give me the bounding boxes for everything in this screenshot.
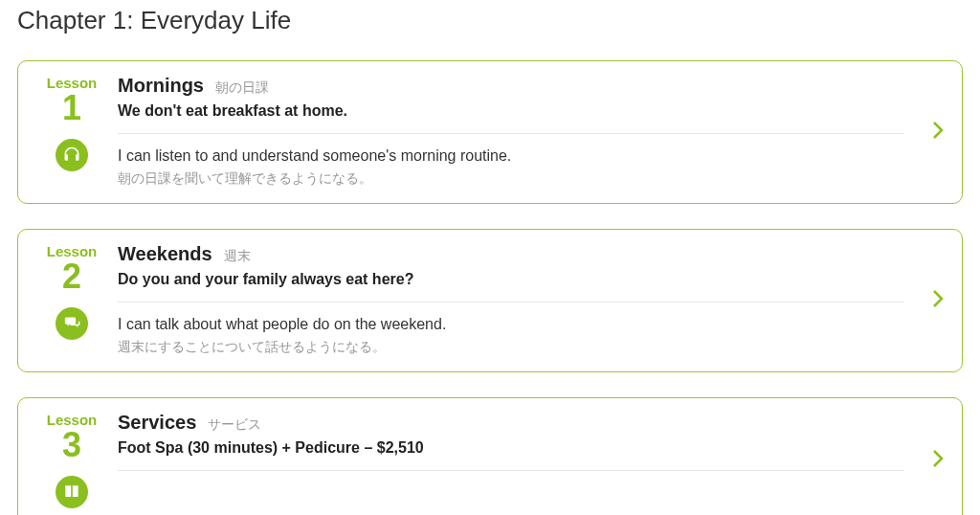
lesson-title-jp: 朝の日課: [215, 79, 269, 97]
lesson-left-column: Lesson 1: [37, 75, 106, 188]
lesson-card[interactable]: Lesson 3 Services サービス Foot Spa (30 minu…: [17, 397, 963, 515]
lesson-body: Mornings 朝の日課 We don't eat breakfast at …: [106, 75, 943, 188]
reading-icon: [56, 476, 88, 508]
chevron-right-icon: [931, 288, 945, 313]
chevron-right-icon: [931, 120, 945, 145]
lesson-body: Services サービス Foot Spa (30 minutes) + Pe…: [106, 412, 943, 508]
lesson-title-jp: サービス: [208, 416, 261, 434]
lesson-sentence: Foot Spa (30 minutes) + Pedicure – $2,51…: [118, 439, 904, 471]
lesson-goal: I can talk about what people do on the w…: [118, 316, 904, 333]
lesson-left-column: Lesson 3: [37, 412, 106, 508]
lesson-goal-jp: 週末にすることについて話せるようになる。: [118, 339, 904, 356]
lesson-number: 2: [62, 258, 81, 296]
lesson-number: 3: [62, 426, 81, 464]
headphones-icon: [56, 139, 88, 171]
lesson-body: Weekends 週末 Do you and your family alway…: [106, 243, 943, 356]
lesson-goal: I can listen to and understand someone's…: [118, 147, 904, 165]
lesson-title: Mornings: [118, 75, 204, 97]
lesson-title: Weekends: [118, 243, 212, 265]
chevron-right-icon: [931, 448, 945, 473]
lesson-left-column: Lesson 2: [37, 243, 106, 356]
chapter-title: Chapter 1: Everyday Life: [17, 6, 963, 35]
lesson-title: Services: [118, 412, 196, 434]
lesson-sentence: Do you and your family always eat here?: [118, 271, 904, 302]
lesson-card[interactable]: Lesson 2 Weekends 週末 Do you and your fam…: [17, 229, 963, 372]
lesson-number: 1: [62, 89, 81, 127]
lesson-sentence: We don't eat breakfast at home.: [118, 102, 904, 134]
lesson-card[interactable]: Lesson 1 Mornings 朝の日課 We don't eat brea…: [17, 60, 963, 204]
lesson-goal-jp: 朝の日課を聞いて理解できるようになる。: [118, 170, 904, 188]
lesson-title-jp: 週末: [224, 248, 251, 265]
speech-bubbles-icon: [56, 307, 88, 340]
